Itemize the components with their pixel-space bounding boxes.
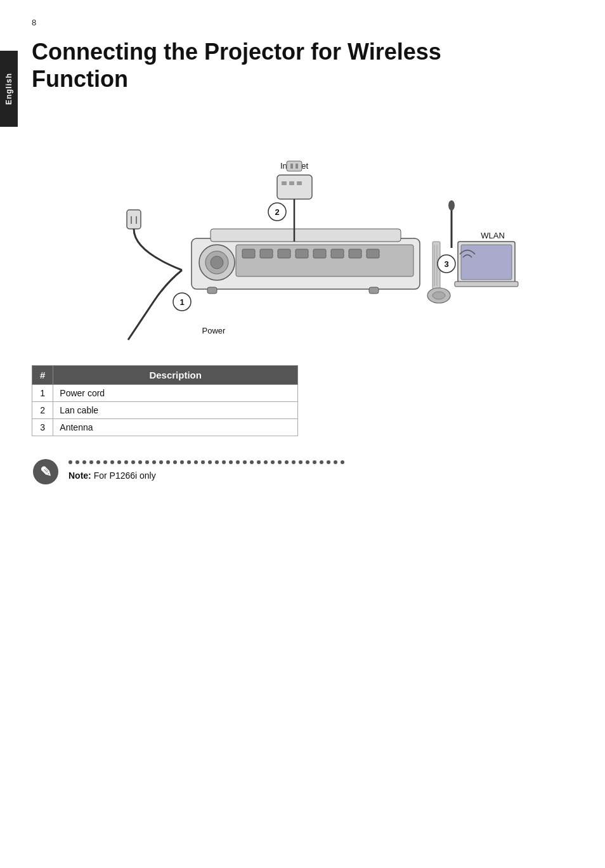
dot — [208, 460, 212, 464]
svg-rect-33 — [287, 161, 302, 171]
row-num: 3 — [32, 419, 53, 436]
svg-rect-13 — [367, 249, 379, 258]
svg-rect-40 — [455, 282, 518, 287]
svg-rect-6 — [242, 249, 255, 258]
svg-text:3: 3 — [444, 259, 448, 269]
dot — [96, 460, 100, 464]
dot — [292, 460, 296, 464]
dot — [222, 460, 226, 464]
svg-text:2: 2 — [275, 207, 279, 217]
svg-rect-12 — [349, 249, 361, 258]
dot — [68, 460, 72, 464]
svg-point-4 — [211, 256, 223, 269]
dot — [243, 460, 247, 464]
svg-rect-8 — [278, 249, 290, 258]
table-header-desc: Description — [53, 366, 298, 385]
page-title: Connecting the Projector for Wireless Fu… — [32, 38, 476, 93]
svg-rect-30 — [297, 181, 302, 185]
diagram-container: 1 Power Internet 2 — [32, 112, 580, 353]
svg-point-20 — [433, 292, 445, 299]
dot — [166, 460, 170, 464]
dot — [110, 460, 114, 464]
dot — [117, 460, 121, 464]
main-content: Connecting the Projector for Wireless Fu… — [32, 0, 605, 486]
dot — [320, 460, 323, 464]
svg-rect-35 — [296, 164, 298, 169]
svg-text:Power: Power — [202, 326, 226, 335]
dot — [313, 460, 316, 464]
row-num: 2 — [32, 402, 53, 419]
note-content: Note: For P1266i only — [68, 455, 580, 481]
table-row: 2 Lan cable — [32, 402, 298, 419]
dot — [271, 460, 275, 464]
dot — [250, 460, 254, 464]
table-row: 3 Antenna — [32, 419, 298, 436]
note-label: Note: — [68, 470, 91, 481]
svg-rect-34 — [290, 164, 293, 169]
svg-rect-17 — [207, 287, 217, 294]
row-num: 1 — [32, 385, 53, 402]
dot — [187, 460, 191, 464]
dot — [341, 460, 344, 464]
sidebar-tab: English — [0, 51, 18, 127]
dot — [131, 460, 135, 464]
row-desc: Power cord — [53, 385, 298, 402]
diagram-svg-wrapper: 1 Power Internet 2 — [84, 112, 528, 353]
dot — [334, 460, 337, 464]
svg-rect-10 — [313, 249, 326, 258]
svg-point-42 — [448, 200, 455, 211]
page-number: 8 — [32, 18, 36, 27]
sidebar-label: English — [4, 73, 13, 105]
dot — [306, 460, 309, 464]
dot — [159, 460, 163, 464]
dot — [215, 460, 219, 464]
dot — [264, 460, 268, 464]
dot — [236, 460, 240, 464]
dot — [180, 460, 184, 464]
svg-rect-27 — [277, 175, 312, 199]
svg-rect-11 — [331, 249, 344, 258]
dot — [152, 460, 156, 464]
dot — [327, 460, 330, 464]
dot — [82, 460, 86, 464]
dot — [194, 460, 198, 464]
dot — [124, 460, 128, 464]
svg-text:1: 1 — [179, 297, 184, 307]
svg-rect-1 — [211, 229, 401, 242]
note-body: For P1266i only — [94, 470, 156, 481]
dot — [285, 460, 289, 464]
dot — [103, 460, 107, 464]
dot — [173, 460, 177, 464]
dot — [138, 460, 142, 464]
table-row: 1 Power cord — [32, 385, 298, 402]
dot — [299, 460, 302, 464]
table-header-num: # — [32, 366, 53, 385]
note-section: ✎ Note: For P1266i only — [32, 455, 580, 486]
note-text: Note: For P1266i only — [68, 470, 580, 481]
dot — [201, 460, 205, 464]
svg-rect-29 — [289, 181, 294, 185]
row-desc: Antenna — [53, 419, 298, 436]
note-icon: ✎ — [32, 458, 60, 486]
svg-rect-9 — [296, 249, 308, 258]
dot — [257, 460, 261, 464]
description-table: # Description 1 Power cord 2 Lan cable 3… — [32, 365, 298, 436]
dots-line — [68, 460, 580, 464]
dot — [145, 460, 149, 464]
dot — [75, 460, 79, 464]
svg-text:✎: ✎ — [40, 464, 51, 480]
row-desc: Lan cable — [53, 402, 298, 419]
diagram-svg: 1 Power Internet 2 — [84, 112, 528, 353]
dot — [229, 460, 233, 464]
svg-rect-18 — [369, 287, 379, 294]
dot — [89, 460, 93, 464]
svg-text:WLAN: WLAN — [481, 231, 505, 240]
dot — [278, 460, 282, 464]
svg-rect-28 — [282, 181, 287, 185]
svg-rect-21 — [127, 210, 141, 229]
svg-rect-7 — [260, 249, 273, 258]
